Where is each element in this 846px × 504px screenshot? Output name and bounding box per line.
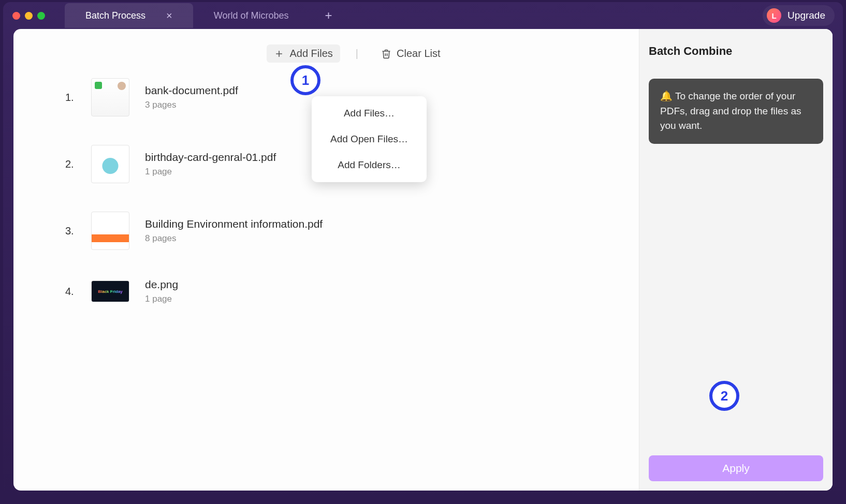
tab-world-of-microbes[interactable]: World of Microbes xyxy=(193,3,310,28)
apply-button[interactable]: Apply xyxy=(649,455,823,481)
file-thumbnail xyxy=(91,145,129,183)
file-name: Building Environment information.pdf xyxy=(145,218,323,230)
annotation-number: 2 xyxy=(721,388,728,404)
add-files-button[interactable]: Add Files xyxy=(267,45,340,63)
plus-icon xyxy=(274,49,284,59)
apply-label: Apply xyxy=(722,462,750,474)
dropdown-add-files[interactable]: Add Files… xyxy=(312,100,427,126)
file-pages: 1 page xyxy=(145,294,178,304)
tip-box: 🔔 To change the order of your PDFs, drag… xyxy=(649,79,823,144)
file-name: bank-document.pdf xyxy=(145,84,238,97)
file-name: de.png xyxy=(145,278,178,291)
file-thumbnail xyxy=(91,212,129,250)
list-item[interactable]: 4. Black Friday de.png 1 page xyxy=(65,278,597,304)
panel-title: Batch Combine xyxy=(649,45,823,58)
annotation-badge-1: 1 xyxy=(290,65,320,95)
file-index: 4. xyxy=(65,286,76,298)
close-icon[interactable]: × xyxy=(166,10,172,22)
add-files-label: Add Files xyxy=(289,48,332,60)
tip-text: 🔔 To change the order of your PDFs, drag… xyxy=(660,91,801,131)
toolbar: Add Files | Clear List xyxy=(34,45,618,63)
file-pages: 3 pages xyxy=(145,100,238,110)
minimize-window-button[interactable] xyxy=(25,12,33,20)
file-index: 1. xyxy=(65,92,76,103)
file-index: 2. xyxy=(65,158,76,170)
content-area: Add Files | Clear List 1. bank-document.… xyxy=(13,29,833,491)
file-pages: 1 page xyxy=(145,167,276,177)
tab-batch-process[interactable]: Batch Process × xyxy=(65,3,193,28)
side-panel: Batch Combine 🔔 To change the order of y… xyxy=(639,29,833,491)
close-window-button[interactable] xyxy=(12,12,20,20)
toolbar-divider: | xyxy=(356,48,358,60)
avatar: L xyxy=(767,8,781,23)
file-name: birthday-card-genral-01.pdf xyxy=(145,151,276,164)
upgrade-button[interactable]: L Upgrade xyxy=(763,5,835,26)
dropdown-add-folders[interactable]: Add Folders… xyxy=(312,152,427,178)
file-thumbnail: Black Friday xyxy=(91,280,129,302)
avatar-letter: L xyxy=(772,11,777,20)
add-files-dropdown: Add Files… Add Open Files… Add Folders… xyxy=(312,96,427,182)
file-thumbnail xyxy=(91,78,129,116)
new-tab-button[interactable]: + xyxy=(309,3,347,28)
fullscreen-window-button[interactable] xyxy=(37,12,45,20)
file-index: 3. xyxy=(65,225,76,237)
app-window: Batch Process × World of Microbes + L Up… xyxy=(3,2,843,501)
main-panel: Add Files | Clear List 1. bank-document.… xyxy=(13,29,639,491)
file-pages: 8 pages xyxy=(145,233,323,244)
tab-label: Batch Process xyxy=(85,10,145,21)
annotation-number: 1 xyxy=(302,72,309,88)
trash-icon xyxy=(381,49,391,59)
list-item[interactable]: 3. Building Environment information.pdf … xyxy=(65,212,597,250)
clear-list-label: Clear List xyxy=(397,48,440,60)
annotation-badge-2: 2 xyxy=(709,381,739,411)
clear-list-button[interactable]: Clear List xyxy=(374,45,447,63)
dropdown-add-open-files[interactable]: Add Open Files… xyxy=(312,126,427,152)
window-controls xyxy=(12,12,45,20)
tab-strip: Batch Process × World of Microbes + xyxy=(65,3,347,28)
upgrade-label: Upgrade xyxy=(787,10,825,21)
titlebar: Batch Process × World of Microbes + L Up… xyxy=(3,2,843,29)
tab-label: World of Microbes xyxy=(214,10,289,21)
